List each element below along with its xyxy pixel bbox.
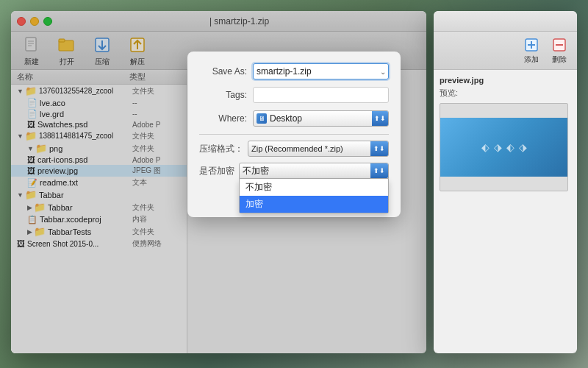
add-icon [523,37,540,53]
save-as-row: Save As: ⌄ [199,70,389,79]
desktop: | smartzip-1.zip 新建 [0,0,588,368]
save-as-input[interactable] [253,70,389,79]
preview-label: 预览: [440,88,571,99]
format-dropdown-icon: ⬆⬇ [370,141,388,156]
add-label: 添加 [524,54,539,65]
encrypt-options-list: 不加密 加密 [239,179,389,213]
encrypt-option-encrypt[interactable]: 加密 [240,196,388,213]
dropdown-arrow-icon: ⌄ [380,70,386,76]
save-as-input-wrapper: ⌄ [253,70,389,79]
format-row: 压缩格式： Zip (Recommended *.zip) ⬆⬇ [199,141,389,157]
preview-panel: 添加 删除 preview.jpg 预览: ⬖ ⬗ [434,11,577,353]
where-row: Where: 🖥 Desktop ⬆⬇ [199,110,389,127]
preview-toolbar: 添加 删除 [434,32,577,70]
encrypt-option-none[interactable]: 不加密 [240,179,388,196]
preview-image-container: ⬖ ⬗ ⬖ ⬗ [440,103,568,191]
preview-content: preview.jpg 预览: ⬖ ⬗ ⬖ ⬗ [434,70,577,197]
tags-row: Tags: [199,87,389,103]
preview-delete-button[interactable]: 删除 [549,37,570,65]
where-dropdown-icon: ⬆⬇ [372,111,388,126]
tags-input[interactable] [253,87,389,103]
main-window: | smartzip-1.zip 新建 [11,11,426,353]
where-value: Desktop [270,113,302,124]
encrypt-label: 是否加密 [199,163,234,177]
preview-add-button[interactable]: 添加 [521,37,542,65]
delete-icon [551,37,568,53]
where-label: Where: [199,113,247,124]
encrypt-section: 是否加密 不加密 ⬆⬇ 不加密 加密 [199,163,389,179]
tags-label: Tags: [199,90,247,100]
preview-title-bar [434,11,577,32]
format-label: 压缩格式： [199,143,243,155]
save-as-label: Save As: [199,70,247,77]
encrypt-current-value: 不加密 [243,165,269,177]
save-dialog: Save As: ⌄ Tags: Where: [187,70,401,217]
encrypt-dropdown-icon: ⬆⬇ [370,163,388,178]
where-selector[interactable]: 🖥 Desktop ⬆⬇ [253,110,389,127]
divider [199,134,389,135]
dialog-overlay: Save As: ⌄ Tags: Where: [11,70,426,353]
delete-label: 删除 [552,54,567,65]
format-selector[interactable]: Zip (Recommended *.zip) ⬆⬇ [248,141,389,157]
encrypt-dropdown: 不加密 ⬆⬇ 不加密 加密 [239,163,389,179]
file-list-area: 名称 类型 ▼ 📁 1376013255428_zcool 文件夹 📄 lve.… [11,70,426,353]
encrypt-selector[interactable]: 不加密 ⬆⬇ [239,163,389,179]
preview-filename: preview.jpg [440,76,571,85]
format-value: Zip (Recommended *.zip) [251,144,343,153]
preview-decoration: ⬖ ⬗ ⬖ ⬗ [481,141,527,153]
preview-image: ⬖ ⬗ ⬖ ⬗ [440,118,567,177]
desktop-icon: 🖥 [257,113,267,124]
